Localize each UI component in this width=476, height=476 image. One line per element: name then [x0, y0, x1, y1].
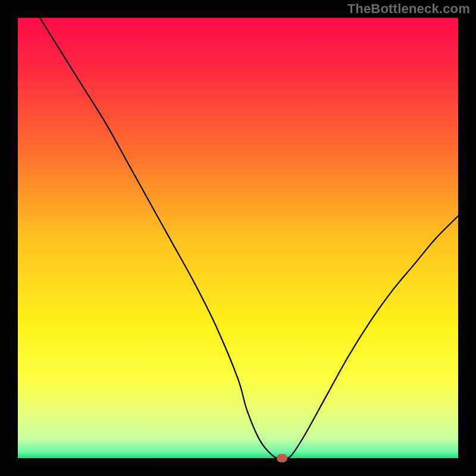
optimal-marker	[277, 454, 287, 462]
gradient-backdrop	[18, 18, 458, 458]
bottleneck-chart	[18, 18, 458, 458]
watermark-text: TheBottleneck.com	[347, 1, 470, 17]
chart-frame: TheBottleneck.com	[0, 0, 476, 476]
